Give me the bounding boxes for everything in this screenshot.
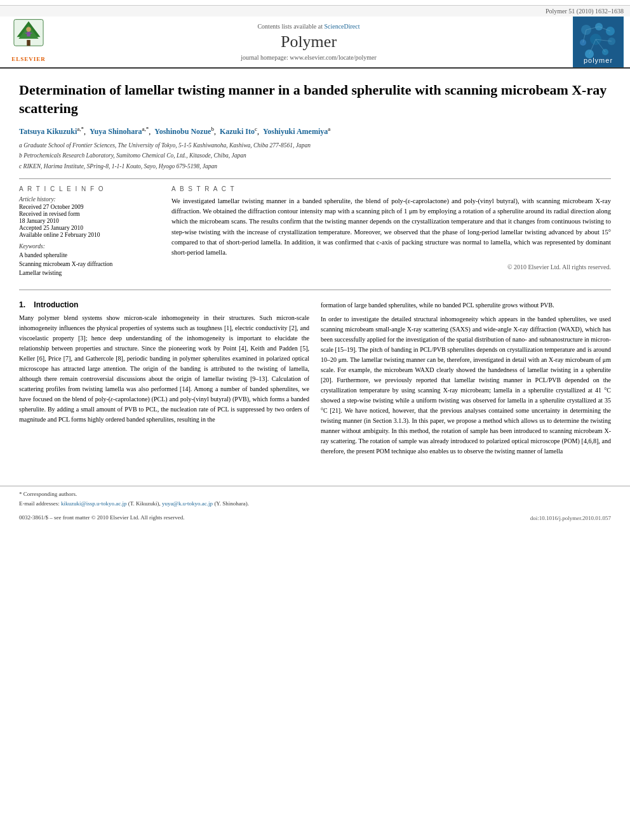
email2-name: (Y. Shinohara). <box>214 500 249 507</box>
article-info-col: A R T I C L E I N F O Article history: R… <box>19 185 159 283</box>
email2-link[interactable]: yuya@k.u-tokyo.ac.jp <box>162 500 213 507</box>
abstract-col: A B S T R A C T We investigated lamellar… <box>171 185 611 283</box>
email1-link[interactable]: kikuzuki@issp.u-tokyo.ac.jp <box>61 500 127 507</box>
svg-text:polymer: polymer <box>584 57 613 64</box>
intro-paragraph-1-cont: formation of large banded spherulites, w… <box>321 300 611 310</box>
contents-text: Contents lists available at <box>257 23 322 30</box>
section-1-number: 1. <box>19 300 25 309</box>
received-date: Received 27 October 2009 <box>19 204 159 210</box>
contents-available-line: Contents lists available at ScienceDirec… <box>257 23 359 30</box>
affil-b: b Petrochemicals Research Laboratory, Su… <box>19 151 611 160</box>
content-columns: 1. Introduction Many polymer blend syste… <box>19 300 611 460</box>
intro-paragraph-2: In order to investigate the detailed str… <box>321 314 611 457</box>
section-1-title: Introduction <box>34 300 78 309</box>
email-label: E-mail addresses: <box>19 500 60 507</box>
affil-c: c RIKEN, Harima Institute, SPring-8, 1-1… <box>19 162 611 171</box>
abstract-text: We investigated lamellar twisting manner… <box>171 196 611 258</box>
polymer-logo: polymer <box>573 17 624 67</box>
content-right: formation of large banded spherulites, w… <box>321 300 611 460</box>
intro-paragraph-1: Many polymer blend systems show micron-s… <box>19 313 309 425</box>
author-amemiya: Yoshiyuki Amemiya <box>263 127 328 136</box>
main-content: 1. Introduction Many polymer blend syste… <box>19 300 611 460</box>
polymer-logo-box: polymer <box>566 17 624 67</box>
abstract-header: A B S T R A C T <box>171 185 611 192</box>
email1-name: (T. Kikuzuki), <box>128 500 161 507</box>
page: Polymer 51 (2010) 1632–1638 <box>0 0 630 840</box>
footer-bar: 0032-3861/$ – see front matter © 2010 El… <box>19 514 611 524</box>
the-word: the <box>208 416 215 423</box>
header-center: Contents lists available at ScienceDirec… <box>51 17 566 67</box>
received-revised-label: Received in revised form <box>19 211 159 217</box>
section-divider-2 <box>19 290 611 290</box>
header-top: ELSEVIER Contents lists available at Sci… <box>0 17 630 67</box>
journal-number: Polymer 51 (2010) 1632–1638 <box>546 8 624 15</box>
keywords-section: Keywords: A banded spherulite Scanning m… <box>19 243 159 278</box>
article-info-abstract: A R T I C L E I N F O Article history: R… <box>19 185 611 283</box>
article-info-header: A R T I C L E I N F O <box>19 185 159 192</box>
keyword-3: Lamellar twisting <box>19 269 159 277</box>
keyword-2: Scanning microbeam X-ray diffraction <box>19 260 159 269</box>
accepted-date: Accepted 25 January 2010 <box>19 225 159 231</box>
author-nozue: Yoshinobu Nozue <box>154 127 211 136</box>
authors-line: Tatsuya Kikuzukia,*, Yuya Shinoharaa,*, … <box>19 125 611 137</box>
svg-point-4 <box>26 27 30 32</box>
corresponding-note: * Corresponding authors. <box>19 490 611 499</box>
affiliations: a Graduate School of Frontier Sciences, … <box>19 141 611 171</box>
section-divider-1 <box>19 178 611 179</box>
svg-rect-1 <box>27 40 30 46</box>
email-line: E-mail addresses: kikuzuki@issp.u-tokyo.… <box>19 500 611 509</box>
issn-line: 0032-3861/$ – see front matter © 2010 El… <box>19 514 185 523</box>
history-label: Article history: <box>19 196 159 203</box>
article-title: Determination of lamellar twisting manne… <box>19 81 611 117</box>
elsevier-logo: ELSEVIER <box>6 17 51 67</box>
content-left: 1. Introduction Many polymer blend syste… <box>19 300 309 460</box>
journal-url: journal homepage: www.elsevier.com/locat… <box>241 54 377 61</box>
journal-number-bar: Polymer 51 (2010) 1632–1638 <box>0 5 630 17</box>
available-date: Available online 2 February 2010 <box>19 232 159 238</box>
doi-line: doi:10.1016/j.polymer.2010.01.057 <box>530 515 611 521</box>
journal-title: Polymer <box>281 32 337 51</box>
author-kikuzuki: Tatsuya Kikuzuki <box>19 127 77 136</box>
elsevier-brand-text: ELSEVIER <box>11 56 46 62</box>
copyright-line: © 2010 Elsevier Ltd. All rights reserved… <box>171 263 611 270</box>
article-history: Article history: Received 27 October 200… <box>19 196 159 238</box>
section-1-heading: 1. Introduction <box>19 300 309 309</box>
article-content: Determination of lamellar twisting manne… <box>0 69 630 473</box>
keywords-label: Keywords: <box>19 243 159 250</box>
journal-header: Polymer 51 (2010) 1632–1638 <box>0 0 630 69</box>
revised-date: 18 January 2010 <box>19 218 159 224</box>
author-ito: Kazuki Ito <box>220 127 255 136</box>
affil-a: a Graduate School of Frontier Sciences, … <box>19 141 611 150</box>
author-shinohara: Yuya Shinohara <box>90 127 142 136</box>
polymer-logo-svg: polymer <box>573 17 623 67</box>
sciencedirect-link[interactable]: ScienceDirect <box>324 23 359 30</box>
article-footer: * Corresponding authors. E-mail addresse… <box>0 486 630 530</box>
keyword-1: A banded spherulite <box>19 251 159 260</box>
elsevier-tree-icon <box>6 17 51 55</box>
